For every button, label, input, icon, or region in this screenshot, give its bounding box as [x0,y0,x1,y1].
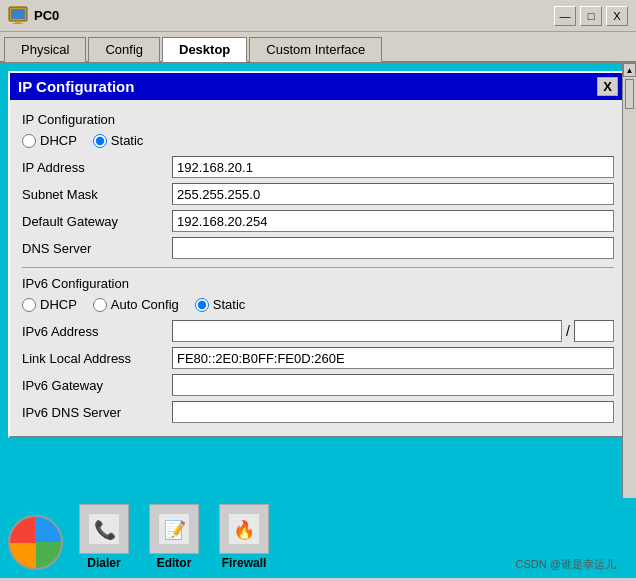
ipv6-dhcp-option[interactable]: DHCP [22,297,77,312]
svg-text:📝: 📝 [164,519,187,541]
firewall-label: Firewall [222,556,267,570]
tab-physical[interactable]: Physical [4,37,86,62]
ipv6-static-label: Static [213,297,246,312]
default-gateway-label: Default Gateway [22,214,172,229]
ipv6-static-option[interactable]: Static [195,297,246,312]
slash-separator: / [566,323,570,339]
scroll-thumb[interactable] [625,79,634,109]
maximize-button[interactable]: □ [580,6,602,26]
scroll-track [623,111,636,564]
tab-custom-interface[interactable]: Custom Interface [249,37,382,62]
ipv6-auto-label: Auto Config [111,297,179,312]
bottom-bar: 📞 Dialer 📝 Editor 🔥 [0,498,636,578]
tab-config[interactable]: Config [88,37,160,62]
default-gateway-row: Default Gateway [22,210,614,232]
pc-icon [8,515,63,570]
ip-address-row: IP Address [22,156,614,178]
static-option[interactable]: Static [93,133,144,148]
close-window-button[interactable]: X [606,6,628,26]
subnet-mask-row: Subnet Mask [22,183,614,205]
ipv6-static-radio[interactable] [195,298,209,312]
scroll-up-button[interactable]: ▲ [623,63,636,77]
ipv6-dns-input[interactable] [172,401,614,423]
section-divider [22,267,614,268]
ipv6-dns-row: IPv6 DNS Server [22,401,614,423]
dialer-label: Dialer [87,556,120,570]
link-local-input[interactable] [172,347,614,369]
svg-text:📞: 📞 [94,519,117,541]
default-gateway-input[interactable] [172,210,614,232]
ipv6-address-row: IPv6 Address / [22,320,614,342]
watermark: CSDN @谁是幸运儿 [516,557,616,572]
firewall-app-icon[interactable]: 🔥 Firewall [219,504,269,570]
dialog-title-bar: IP Configuration X [10,73,626,100]
subnet-mask-label: Subnet Mask [22,187,172,202]
ipv6-address-group: / [172,320,614,342]
ipv6-dns-label: IPv6 DNS Server [22,405,172,420]
title-bar: PC0 — □ X [0,0,636,32]
svg-rect-3 [13,23,23,24]
dhcp-option[interactable]: DHCP [22,133,77,148]
ipv6-prefix-input[interactable] [574,320,614,342]
editor-label: Editor [157,556,192,570]
main-content: IP Configuration X IP Configuration DHCP… [0,63,636,578]
dialog-title: IP Configuration [18,78,134,95]
window-controls: — □ X [554,6,628,26]
ipv6-gateway-input[interactable] [172,374,614,396]
dialog-close-button[interactable]: X [597,77,618,96]
dns-server-label: DNS Server [22,241,172,256]
static-label: Static [111,133,144,148]
dhcp-radio[interactable] [22,134,36,148]
dns-server-row: DNS Server [22,237,614,259]
app-icon [8,6,28,26]
ipv6-auto-radio[interactable] [93,298,107,312]
ip-config-dialog: IP Configuration X IP Configuration DHCP… [8,71,628,438]
tab-bar: Physical Config Desktop Custom Interface [0,32,636,63]
dialer-icon: 📞 [79,504,129,554]
link-local-row: Link Local Address [22,347,614,369]
svg-text:🔥: 🔥 [233,519,256,541]
firewall-icon: 🔥 [219,504,269,554]
window-title: PC0 [34,8,554,23]
static-radio[interactable] [93,134,107,148]
dhcp-label: DHCP [40,133,77,148]
svg-rect-1 [11,9,25,19]
ipv6-dhcp-radio[interactable] [22,298,36,312]
editor-icon: 📝 [149,504,199,554]
ipv4-section-label: IP Configuration [22,112,614,127]
dialer-app-icon[interactable]: 📞 Dialer [79,504,129,570]
ipv4-mode-row: DHCP Static [22,133,614,148]
link-local-label: Link Local Address [22,351,172,366]
svg-rect-2 [15,21,21,23]
ipv6-address-input[interactable] [172,320,562,342]
tab-desktop[interactable]: Desktop [162,37,247,62]
minimize-button[interactable]: — [554,6,576,26]
ipv6-section-label: IPv6 Configuration [22,276,614,291]
ipv6-gateway-row: IPv6 Gateway [22,374,614,396]
ipv6-mode-row: DHCP Auto Config Static [22,297,614,312]
ipv6-address-label: IPv6 Address [22,324,172,339]
bottom-apps: 📞 Dialer 📝 Editor 🔥 [79,504,269,570]
subnet-mask-input[interactable] [172,183,614,205]
dialog-body: IP Configuration DHCP Static IP Address … [10,100,626,436]
editor-app-icon[interactable]: 📝 Editor [149,504,199,570]
ip-address-label: IP Address [22,160,172,175]
ipv6-gateway-label: IPv6 Gateway [22,378,172,393]
ipv6-auto-option[interactable]: Auto Config [93,297,179,312]
ip-address-input[interactable] [172,156,614,178]
dns-server-input[interactable] [172,237,614,259]
ipv6-dhcp-label: DHCP [40,297,77,312]
